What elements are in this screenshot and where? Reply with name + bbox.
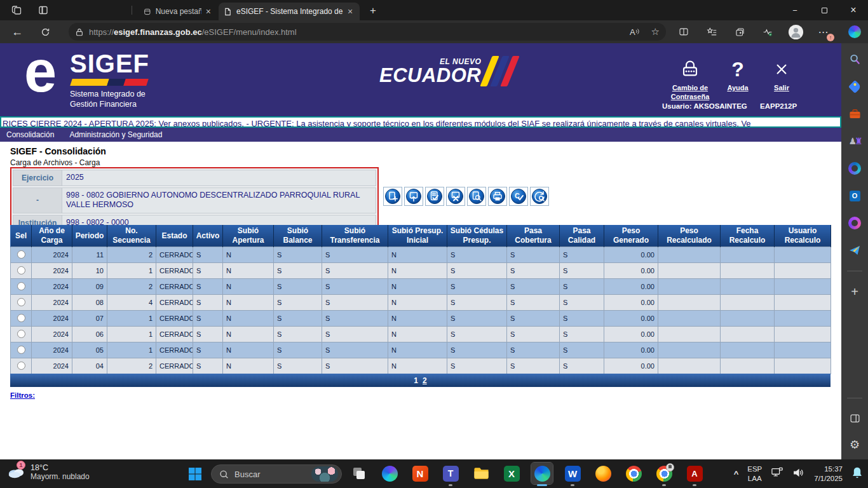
cell-usuario_recalculo <box>775 310 831 326</box>
notification-bell-icon[interactable] <box>851 466 863 481</box>
exit-button[interactable]: Salir <box>763 55 801 93</box>
print-button[interactable] <box>488 187 507 206</box>
change-password-button[interactable]: Cambio de Contraseña <box>661 55 719 102</box>
upload-file-button[interactable] <box>404 187 423 206</box>
cell-periodo: 10 <box>72 262 107 278</box>
weather-badge: 1 <box>17 461 25 470</box>
address-bar[interactable]: https://esigef.finanzas.gob.ec/eSIGEF/me… <box>69 23 666 41</box>
menu-consolidacion[interactable]: Consolidación <box>6 130 54 139</box>
tools-icon[interactable] <box>848 107 862 121</box>
network-icon[interactable] <box>771 467 783 481</box>
preview-file-button[interactable] <box>467 187 486 206</box>
row-select-radio[interactable] <box>17 362 25 370</box>
chrome-icon[interactable] <box>623 463 644 484</box>
language-indicator[interactable]: ESPLAA <box>747 464 762 484</box>
cell-subio_apertura: N <box>223 247 274 262</box>
row-select-radio[interactable] <box>17 346 25 354</box>
favorite-star-icon[interactable]: ☆ <box>651 26 660 37</box>
read-aloud-icon[interactable]: A <box>630 27 640 37</box>
new-document-button[interactable] <box>383 187 402 206</box>
new-tab-button[interactable]: + <box>370 4 376 17</box>
m365-icon[interactable] <box>848 161 862 175</box>
recalculate-button[interactable] <box>530 187 549 206</box>
search-sidebar-icon[interactable] <box>848 52 862 66</box>
tab-nueva-pestana[interactable]: Nueva pestaña × <box>139 3 216 20</box>
tab-actions-icon[interactable] <box>37 4 50 17</box>
drop-icon[interactable] <box>848 216 862 230</box>
cell-subio_transferencia: S <box>322 358 388 374</box>
validate-file-button[interactable] <box>425 187 444 206</box>
taskbar-search[interactable]: Buscar <box>211 464 342 484</box>
menu-administracion[interactable]: Administración y Seguridad <box>69 130 162 139</box>
copilot-icon[interactable] <box>379 463 400 484</box>
games-icon[interactable]: ♟♜ <box>848 134 862 148</box>
cell-subio_transferencia: S <box>322 278 388 294</box>
teams-icon[interactable] <box>440 463 461 484</box>
settings-more-icon[interactable]: ⋯ ↑ <box>815 24 832 40</box>
split-screen-icon[interactable] <box>675 24 692 40</box>
add-sidebar-icon[interactable]: + <box>848 285 862 299</box>
workspaces-icon[interactable] <box>10 4 23 17</box>
cell-estado: CERRADO <box>156 262 193 278</box>
chrome-alt-icon[interactable] <box>653 463 675 484</box>
sidebar-panel-icon[interactable] <box>848 411 862 425</box>
clock[interactable]: 15:377/1/2025 <box>814 464 843 484</box>
quality-check-button[interactable]: C <box>509 187 528 206</box>
row-select-radio[interactable] <box>17 266 25 274</box>
table-row: 2024084CERRADOSNSSNSSS0.00 <box>11 294 831 310</box>
profile-avatar[interactable] <box>787 24 804 40</box>
close-button[interactable]: × <box>839 0 868 20</box>
edge-icon[interactable] <box>531 463 553 484</box>
tab-close-icon[interactable]: × <box>206 7 211 16</box>
ecuador-stripes <box>480 56 520 86</box>
cell-subio_balance: S <box>274 310 322 326</box>
row-select-radio[interactable] <box>17 298 25 306</box>
cell-sel <box>11 278 32 294</box>
tab-esigef[interactable]: eSIGEF - Sistema Integrado de G × <box>219 3 360 20</box>
cell-sel <box>11 294 32 310</box>
row-select-radio[interactable] <box>17 250 25 259</box>
nitro-pdf-icon[interactable] <box>409 463 431 484</box>
cell-subio_balance: S <box>274 358 322 374</box>
acrobat-icon[interactable] <box>684 463 705 484</box>
word-icon[interactable] <box>562 463 583 484</box>
firefox-icon[interactable] <box>592 463 614 484</box>
cell-subio_transferencia: S <box>322 247 388 262</box>
shopping-icon[interactable] <box>848 79 862 93</box>
copilot-icon[interactable] <box>846 24 863 40</box>
outlook-icon[interactable]: O <box>848 189 862 203</box>
cell-usuario_recalculo <box>775 342 831 358</box>
cell-pasa_cobertura: S <box>507 342 560 358</box>
browser-essentials-icon[interactable] <box>759 24 776 40</box>
explorer-icon[interactable] <box>470 463 492 484</box>
collections-icon[interactable] <box>731 24 748 40</box>
tray-chevron-icon[interactable]: ^ <box>734 469 739 478</box>
row-select-radio[interactable] <box>17 330 25 338</box>
delete-file-button[interactable] <box>446 187 465 206</box>
volume-icon[interactable] <box>792 467 805 481</box>
restore-button[interactable] <box>810 0 839 20</box>
page-link-2[interactable]: 2 <box>423 376 427 385</box>
tab-close-icon[interactable]: × <box>348 7 353 16</box>
edge-sidebar: ♟♜ O + ⚙ <box>841 43 868 459</box>
cell-peso_recalculado <box>658 342 721 358</box>
cell-subio_presup_inicial: N <box>388 358 447 374</box>
row-select-radio[interactable] <box>17 282 25 290</box>
row-select-radio[interactable] <box>17 314 25 322</box>
cell-estado: CERRADO <box>156 342 193 358</box>
minimize-button[interactable]: − <box>780 0 810 20</box>
refresh-icon[interactable] <box>37 24 53 40</box>
plane-icon[interactable] <box>848 243 862 257</box>
start-button[interactable] <box>186 464 205 484</box>
cell-peso_generado: 0.00 <box>604 278 658 294</box>
favorites-list-icon[interactable] <box>703 24 720 40</box>
excel-icon[interactable] <box>501 463 522 484</box>
back-icon[interactable]: ← <box>9 24 25 40</box>
weather-widget[interactable]: 1 18°C Mayorm. nublado <box>6 463 90 482</box>
cell-subio_cedulas_presup: S <box>447 262 507 278</box>
cell-peso_generado: 0.00 <box>604 326 658 342</box>
sidebar-settings-icon[interactable]: ⚙ <box>848 438 862 452</box>
filters-link[interactable]: Filtros: <box>10 391 35 399</box>
task-view-icon[interactable] <box>348 463 370 484</box>
help-button[interactable]: ? Ayuda <box>719 55 756 93</box>
